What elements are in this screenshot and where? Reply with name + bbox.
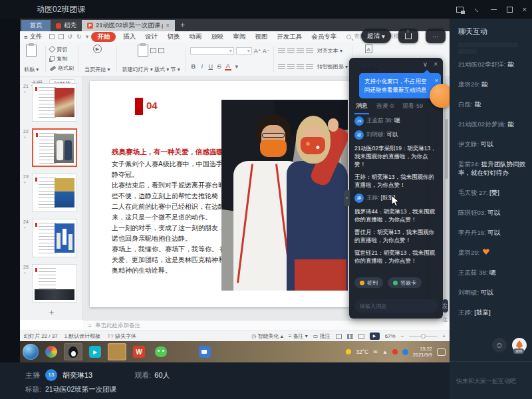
minimize-icon[interactable] [491, 9, 497, 10]
notes-toggle-button[interactable]: ≡ 备注 ▾ [289, 332, 308, 340]
popup-close-icon[interactable]: × [434, 61, 438, 68]
italic-button[interactable]: I [199, 63, 205, 70]
new-tab-button[interactable]: + [180, 20, 185, 31]
line-spacing-icon[interactable] [306, 64, 313, 69]
add-slide-button[interactable]: + [20, 307, 83, 317]
zoom-slider[interactable] [409, 336, 437, 336]
start-button[interactable] [23, 344, 39, 360]
tray-app-icon[interactable] [392, 349, 398, 354]
strikethrough-button[interactable]: S [216, 63, 223, 70]
taskbar-app[interactable] [152, 343, 170, 360]
indent-decrease-icon[interactable] [297, 49, 304, 54]
popup-send-button[interactable]: 发送 [442, 299, 448, 313]
menu-item[interactable]: 会员专享 [307, 33, 341, 41]
paste-group[interactable]: 粘贴 ▾ [21, 45, 41, 73]
picture-in-picture-icon[interactable] [456, 7, 464, 13]
zoom-level[interactable]: 67% [385, 333, 396, 339]
slide-thumbnail[interactable]: 22 * [32, 128, 79, 167]
section-icon[interactable] [158, 48, 164, 53]
popup-tab[interactable]: 观看·59 [402, 102, 423, 110]
zoom-in-icon[interactable]: + [442, 333, 446, 339]
slide-thumbnail[interactable]: 21 * [32, 83, 79, 122]
taskbar-app[interactable]: ▶ [86, 343, 104, 360]
close-icon[interactable]: × [523, 6, 527, 13]
align-text-button[interactable]: 对齐文本 ▾ [317, 47, 348, 55]
numbering-icon[interactable] [287, 49, 295, 54]
zoom-slider-knob[interactable] [421, 334, 426, 338]
popup-collapse-icon[interactable]: ∨ [423, 61, 428, 68]
file-menu[interactable]: ≡文件 [24, 33, 43, 41]
sign-in-button[interactable]: 签到 [354, 277, 383, 288]
zoom-out-icon[interactable]: − [401, 333, 404, 339]
menu-item[interactable]: 动画 [184, 33, 206, 41]
more-font-options-icon[interactable]: ▾ [233, 63, 240, 70]
chat-message-input[interactable] [456, 378, 532, 390]
taskbar-app[interactable] [174, 343, 192, 360]
slide-thumbnail[interactable]: 23 * [32, 174, 79, 212]
slide-sorter-icon[interactable] [347, 334, 353, 339]
slideshow-button[interactable]: ▶ [370, 332, 380, 340]
maximize-icon[interactable] [507, 7, 513, 13]
new-slide-icon[interactable] [138, 45, 148, 57]
taskbar-app[interactable] [42, 343, 61, 360]
layout-icon[interactable] [150, 48, 156, 53]
increase-font-icon[interactable]: A⁺ [254, 48, 261, 55]
bullets-icon[interactable] [278, 49, 285, 54]
menu-item[interactable]: 设计 [140, 33, 162, 41]
notes-bar[interactable]: ≡ 单击此处添加备注 [83, 320, 450, 331]
tab-document[interactable]: P 21动医02班第一次团课.pptx × [82, 20, 175, 31]
popup-message-input[interactable] [354, 299, 438, 313]
align-right-icon[interactable] [297, 64, 304, 69]
share-button[interactable] [398, 29, 418, 43]
quick-access-toolbar[interactable]: ↺ ↻ ▾ [49, 33, 89, 40]
reading-view-icon[interactable] [358, 334, 364, 339]
menu-item[interactable]: 放映 [206, 33, 228, 41]
convert-smartart-button[interactable]: 转智能图形 ▾ [317, 63, 348, 70]
menu-item[interactable]: 视图 [250, 33, 272, 41]
bold-button[interactable]: B [190, 63, 197, 70]
align-left-icon[interactable] [278, 64, 285, 69]
slide-thumbnail[interactable]: 25 * [32, 264, 79, 303]
indent-increase-icon[interactable] [306, 49, 313, 54]
gift-button[interactable]: 300 [512, 338, 527, 352]
more-button[interactable]: ··· [426, 29, 446, 43]
fullscreen-icon[interactable]: ↔ [471, 4, 482, 15]
quality-button[interactable]: 超清▾ [361, 29, 391, 43]
clock[interactable]: 15:22 2021/9/9 [413, 346, 432, 358]
decrease-font-icon[interactable]: A⁻ [263, 48, 269, 55]
comment-button[interactable]: ▭ 批注 [313, 332, 331, 340]
menu-item[interactable]: 切换 [162, 33, 184, 41]
font-name-select[interactable]: ▾ [190, 47, 234, 55]
taskbar-app[interactable] [64, 343, 82, 360]
taskbar-app[interactable] [108, 343, 126, 360]
taskbar-app[interactable]: W [130, 343, 148, 360]
tab-close-icon[interactable]: × [166, 22, 170, 29]
copy-button[interactable]: 复制 [50, 55, 74, 63]
menu-item[interactable]: 开始 [91, 32, 116, 42]
format-painter-button[interactable]: 格式刷 [50, 65, 74, 72]
play-from-current-group[interactable]: ▶ 当页开始 ▾ [82, 45, 112, 73]
mail-icon[interactable]: ✉ [373, 349, 378, 355]
popup-collapse-handle[interactable]: ‹ [344, 190, 350, 206]
notification-icon[interactable] [437, 348, 446, 356]
tab-wps-home[interactable]: 首页 [21, 20, 51, 31]
answer-card-button[interactable]: 答题卡 [388, 277, 422, 288]
tray-expand-icon[interactable]: ▲ [382, 349, 388, 355]
print-icon[interactable] [59, 34, 64, 39]
beautify-button[interactable]: ◷ 智能美化 ▴ [251, 332, 283, 340]
design-template[interactable]: 1.默认设计模板 [65, 332, 101, 340]
vertical-scrollbar[interactable] [444, 79, 449, 316]
underline-button[interactable]: U [207, 63, 214, 70]
redo-icon[interactable]: ↻ [76, 33, 82, 40]
align-center-icon[interactable] [287, 64, 295, 69]
slide-thumbnail[interactable]: 24 * [32, 219, 79, 257]
undo-icon[interactable]: ↺ [68, 33, 73, 40]
menu-item[interactable]: 审阅 [228, 33, 250, 41]
emoji-button[interactable]: ☺ [492, 338, 507, 352]
tab-docer[interactable]: 稻壳 [51, 20, 82, 31]
menu-item[interactable]: 开发工具 [272, 33, 307, 41]
popup-tab[interactable]: 连麦·0 [376, 102, 394, 110]
save-icon[interactable] [49, 34, 55, 39]
font-color-button[interactable]: A [225, 63, 231, 70]
missing-font-warning[interactable]: T? 缺失字体 [107, 332, 136, 340]
